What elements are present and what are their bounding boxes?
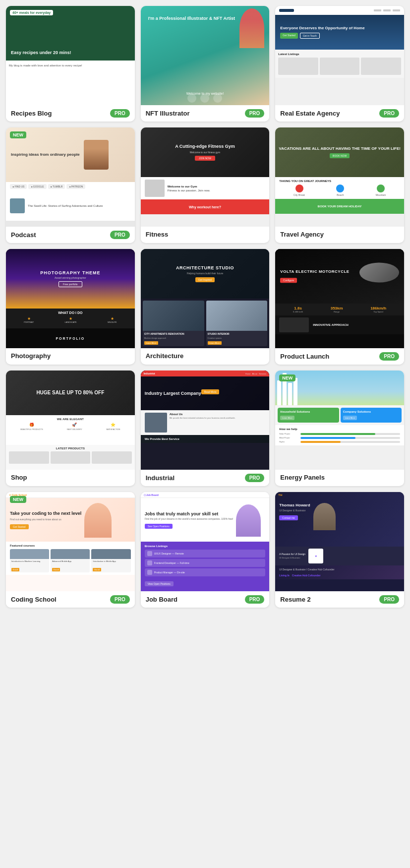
- arch-hero-sub: Helping humans build their future: [187, 272, 223, 275]
- card-shop[interactable]: HUGE SALE UP TO 80% OFF WE ARE ELEGANT 🎁…: [6, 371, 135, 486]
- pod-bottom-text: The Swell Life: Stories of Surfing Adven…: [28, 204, 103, 208]
- resume-photo: [313, 503, 336, 530]
- resume-link-living: Living In: [279, 574, 290, 577]
- arch-card-title-1: CITY APARTMENTS RENOVATION: [143, 331, 204, 337]
- fit-hero: A Cutting-edge Fitness Gym Welcome to ou…: [141, 127, 270, 177]
- re-grid: [278, 58, 401, 75]
- card-nft[interactable]: I'm a Professional Illustrator & NFT Art…: [141, 6, 270, 122]
- shop-products-title: LATEST PRODUCTS: [9, 447, 132, 450]
- re-hero-content: Everyone Deserves the Opportunity of Hom…: [280, 26, 364, 39]
- card-preview-fitness: A Cutting-edge Fitness Gym Welcome to ou…: [141, 127, 270, 227]
- shop-product-1: [9, 451, 49, 464]
- card-coding-school[interactable]: NEW ✦ Code School Take your coding to th…: [6, 492, 135, 608]
- trav-hero-content: VACATIONS ARE ALL ABOUT HAVING THE TIME …: [279, 146, 400, 158]
- trav-section: TAKING YOU ON GREAT JOURNEYS City Break …: [275, 177, 404, 199]
- shop-features: 🎁 BEAUTIFUL PRODUCTS 🚀 FAST DELIVERY ⭐ S…: [10, 423, 131, 431]
- card-recipes-blog[interactable]: 40+ meals for everyday Easy recipes unde…: [6, 6, 135, 122]
- prod-moto-shape: [357, 259, 402, 284]
- card-title-recipes: Recipes Blog: [11, 110, 52, 117]
- resume-contact-btn: Contact me: [279, 515, 298, 520]
- card-preview-coding-school: NEW ✦ Code School Take your coding to th…: [6, 492, 135, 591]
- trav-label-2: Beach: [337, 193, 344, 196]
- arch-bottom: CITY APARTMENTS RENOVATION Modern design…: [141, 299, 270, 348]
- card-title-energy: Energy Panels: [280, 474, 325, 481]
- preview-inner-arch: ARCHITECTURE STUDIO Helping humans build…: [141, 249, 270, 348]
- card-photography[interactable]: PHOTOGRAPHY THEME Award winning photogra…: [6, 249, 135, 365]
- card-preview-nft: I'm a Professional Illustrator & NFT Art…: [141, 6, 270, 105]
- template-grid: 40+ meals for everyday Easy recipes unde…: [0, 0, 410, 614]
- badge-nft: PRO: [245, 109, 265, 118]
- preview-inner: 40+ meals for everyday Easy recipes unde…: [6, 6, 135, 105]
- job-hero-title: Jobs that truly match your skill set: [145, 511, 234, 517]
- code-courses-title: Featured courses: [10, 544, 131, 547]
- photo-portfolio-text: PORTFOLIO: [56, 337, 85, 340]
- preview-inner-prod: VOLTA ELECTRIC MOTORCYCLE Configure 1.8s…: [275, 249, 404, 348]
- prod-stats: 1.8s 0-100 km/h 353km Range 186km/h Top …: [275, 304, 404, 315]
- card-title-photography: Photography: [11, 352, 51, 360]
- card-footer-realestate: Real Estate Agency PRO: [275, 105, 404, 122]
- card-product-launch[interactable]: VOLTA ELECTRIC MOTORCYCLE Configure 1.8s…: [275, 249, 404, 365]
- job-listing-row-3: Product Manager — On-site: [145, 568, 266, 576]
- card-podcast[interactable]: NEW Inspiring ideas from ordinary people…: [6, 127, 135, 243]
- job-listing-text-2: Frontend Developer — Full-time: [154, 561, 189, 564]
- prod-stat-2: 353km Range: [331, 306, 343, 313]
- resume-nav: TH: [275, 492, 404, 498]
- resume-award-box: ★: [308, 549, 323, 563]
- photo-hero-title: PHOTOGRAPHY THEME: [40, 270, 100, 275]
- job-listing-icon-2: [147, 560, 152, 565]
- pod-share-tw: ● GOOGLE: [28, 184, 46, 189]
- card-energy[interactable]: NEW Household Solutions Learn More: [275, 371, 404, 486]
- card-realestate[interactable]: Everyone Deserves the Opportunity of Hom…: [275, 6, 404, 122]
- pod-share-yt: ● PATREON: [66, 184, 85, 189]
- fit-red-text: Why workout here?: [189, 205, 221, 209]
- ind-nav-link-2: About: [252, 372, 257, 375]
- shop-feature-icon-3: ⭐: [111, 423, 116, 427]
- resume-text-block: Thomas Howard UI Designer & Illustrator …: [279, 503, 310, 543]
- energy-bar-track-2: [300, 437, 400, 439]
- re-listings-title: Latest Listings: [278, 53, 401, 56]
- job-listing-icon-1: [147, 551, 152, 556]
- card-footer-shop: Shop: [6, 470, 135, 485]
- resume-hero: TH Thomas Howard UI Designer & Illustrat…: [275, 492, 404, 547]
- energy-card-title-2: Company Solutions: [343, 410, 399, 413]
- resume-social-links: Living In Creative Hub Cofounder: [279, 574, 400, 577]
- card-fitness[interactable]: A Cutting-edge Fitness Gym Welcome to ou…: [141, 127, 270, 243]
- trav-label-1: City Break: [293, 193, 305, 196]
- job-listings-btn: View Open Positions: [145, 581, 174, 586]
- code-course-card-2: Advanced Mobile App Enroll: [51, 549, 90, 572]
- card-industrial[interactable]: Industriot Home About Services Industry …: [141, 371, 270, 486]
- nft-icon-1: [187, 94, 196, 103]
- card-travel[interactable]: VACATIONS ARE ALL ABOUT HAVING THE TIME …: [275, 127, 404, 243]
- badge-new-energy: NEW: [279, 374, 295, 381]
- prod-stat-3: 186km/h Top Speed: [370, 306, 386, 313]
- card-footer-travel: Travel Agency: [275, 227, 404, 242]
- pod-share-in: ● TUMBLR: [48, 184, 65, 189]
- energy-turbines: [275, 391, 404, 405]
- fit-welcome-content: Welcome to our Gym Fitness is our passio…: [168, 185, 210, 192]
- prod-stat-val-3: 186km/h: [370, 306, 386, 310]
- code-course-card-1: Introduction to Machine Learning Enroll: [10, 549, 49, 572]
- card-job-board[interactable]: ⬡ Job Board Jobs that truly match your s…: [141, 492, 270, 608]
- prod-stat-label-3: Top Speed: [374, 310, 383, 313]
- prod-stat-val-1: 1.8s: [294, 306, 302, 310]
- ind-nav-logo: Industriot: [144, 372, 155, 375]
- job-listing-text-1: UI/UX Designer — Remote: [154, 552, 184, 555]
- card-footer-nft: NFT Illustrator PRO: [141, 105, 270, 122]
- energy-card-2: Company Solutions Learn More: [341, 408, 402, 423]
- preview-inner-ind: Industriot Home About Services Industry …: [141, 371, 270, 470]
- job-hero-btn: See Open Positions: [145, 524, 173, 529]
- shop-product-2: [51, 451, 91, 464]
- code-course-card-3: Introduction to Mobile App Enroll: [91, 549, 130, 572]
- resume-link-creative: Creative Hub Cofounder: [292, 574, 321, 577]
- card-footer-industrial: Industrial PRO: [141, 470, 270, 486]
- ind-about-text: We provide the best industrial solutions…: [170, 417, 235, 420]
- ind-service: We Provide Best Service: [141, 435, 270, 443]
- resume-award-icon: ★: [315, 555, 317, 558]
- card-resume2[interactable]: TH Thomas Howard UI Designer & Illustrat…: [275, 492, 404, 608]
- card-architecture[interactable]: ARCHITECTURE STUDIO Helping humans build…: [141, 249, 270, 365]
- code-course-img-2: [51, 549, 90, 559]
- preview-inner-fitness: A Cutting-edge Fitness Gym Welcome to ou…: [141, 127, 270, 227]
- card-footer-job-board: Job Board PRO: [141, 591, 270, 608]
- prod-hero-title: VOLTA ELECTRIC MOTORCYCLE: [280, 269, 349, 274]
- preview-inner-travel: VACATIONS ARE ALL ABOUT HAVING THE TIME …: [275, 127, 404, 227]
